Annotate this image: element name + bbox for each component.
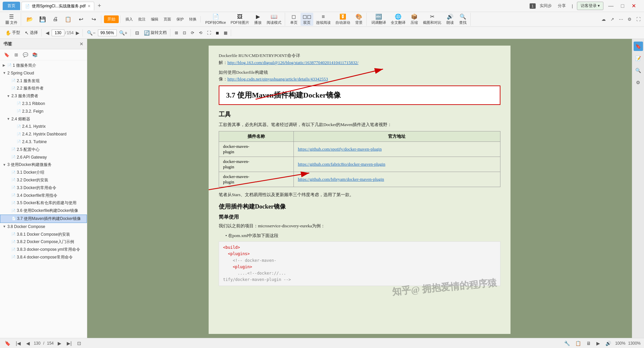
page-input[interactable] [52, 30, 64, 36]
plugin-link-2[interactable]: https://github.com/fabric8io/docker-mave… [298, 162, 385, 167]
status-icon4[interactable]: ▶ [595, 340, 601, 347]
zoom-in-btn[interactable]: 🔍+ [117, 29, 129, 37]
compress-btn[interactable]: 📦 压缩 [408, 13, 420, 26]
save-btn[interactable]: 💾 [37, 15, 49, 23]
settings-btn[interactable]: ⚙ [626, 16, 633, 23]
toc-item-item-2-4-1[interactable]: 📄2.4.1. Hystrix [0, 123, 87, 130]
comment-tab[interactable]: 批注 [136, 16, 148, 22]
toc-item-item-2-3[interactable]: ▼2.3 服务消费者 [0, 92, 87, 100]
close-btn[interactable]: ✕ [629, 2, 639, 10]
protect-tab[interactable]: 保护 [174, 16, 186, 22]
minimize-btn[interactable]: — [605, 2, 616, 10]
expand-btn[interactable]: ⛶ [635, 16, 642, 23]
toc-item-item-2-2[interactable]: 📄2.2 服务组件者 [0, 84, 87, 92]
toc-item-item-3[interactable]: ▼3 使用Docker构建微服务 [0, 161, 87, 169]
toc-item-item-1[interactable]: ▶📄1 微服务简介 [0, 62, 87, 69]
tab-close-btn[interactable]: ✕ [88, 4, 91, 8]
read-mode-btn[interactable]: 📖 阅读模式 [265, 13, 283, 26]
layer-icon[interactable]: 📚 [31, 51, 39, 59]
rp-search-panel-btn[interactable]: 🔍 [634, 66, 643, 75]
insert-tab[interactable]: 插入 [123, 16, 135, 22]
fit-status-btn[interactable]: ⊡ [76, 340, 83, 347]
background-btn[interactable]: 🎨 背景 [353, 13, 365, 26]
pdf-area[interactable]: Dockerfile RUN/CMD/ENTRYPOINT命令详 解：http:… [87, 39, 632, 338]
bookmark-status-btn[interactable]: 🔖 [3, 340, 12, 347]
plugin-link-3[interactable]: https://github.com/bibryam/docker-maven-… [298, 177, 384, 182]
rp-settings-btn[interactable]: ⚙ [634, 78, 643, 87]
redo-btn[interactable]: ↪ [88, 15, 100, 23]
scan-btn[interactable]: 📋 [62, 15, 74, 23]
next-page-btn[interactable]: ▶ [74, 29, 81, 37]
menu-btn[interactable]: ☰ ☰ 文件 [3, 13, 19, 26]
prev-status-btn[interactable]: ◀ [25, 340, 31, 347]
zoom-out-btn[interactable]: 🔍− [85, 29, 97, 37]
tb2-icon1[interactable]: ⊞ [173, 30, 180, 36]
sync-btn[interactable]: 实同步 [538, 2, 554, 9]
doc-tab[interactable]: 📄 使用SpringCl...实战微服务.pdf ✕ [21, 2, 94, 10]
tb2-icon6[interactable]: ◼ [214, 30, 221, 36]
zoom-input[interactable] [98, 30, 117, 36]
home-tab[interactable]: 首页 [3, 2, 20, 10]
auto-scroll-btn[interactable]: ⏬ 自动滚动 [333, 13, 352, 26]
last-page-btn[interactable]: ▶| [65, 340, 73, 347]
intro-link1[interactable]: http://blog.163.com/digoal@126/blog/stat… [227, 60, 359, 65]
rotate-doc-btn[interactable]: 🔄 旋转文档 [142, 29, 169, 37]
intro-link2[interactable]: http://blog.csdn.net/qinyushuang/article… [227, 76, 328, 81]
toc-item-item-3-5[interactable]: 📄3.5 Docker私有仓库的搭建与使用 [0, 199, 87, 207]
annot-icon[interactable]: 💬 [21, 51, 30, 59]
tb2-icon3[interactable]: ⟳ [189, 30, 196, 36]
status-icon3[interactable]: 🖥 [585, 340, 592, 347]
more-btn[interactable]: ⋯ [617, 16, 625, 23]
double-page-btn[interactable]: ◻◻ 双页 [301, 13, 313, 26]
convert-tab[interactable]: 转换 [187, 16, 199, 22]
pdf-office-btn[interactable]: 📄 PDF转Office [203, 13, 228, 26]
toc-item-item-2-4-2[interactable]: 📄2.4.2. Hystrix Dashboard [0, 130, 87, 138]
toc-item-item-2-4-3[interactable]: 📄2.4.3. Turbine [0, 138, 87, 146]
toc-item-item-3-4[interactable]: 📄3.4 Dockerfile常用指令 [0, 192, 87, 199]
full-translate-btn[interactable]: 🌐 全文翻译 [389, 13, 408, 26]
toc-item-item-2-6[interactable]: 📄2.6 API Gateway [0, 154, 87, 161]
single-page-btn[interactable]: ◻ 单页 [288, 13, 300, 26]
toc-item-item-3-8-4[interactable]: 📄3.8.4 docker-compose常用命令 [0, 253, 87, 261]
first-page-btn[interactable]: |◀ [14, 340, 22, 347]
prev-page-btn[interactable]: ◀ [44, 29, 51, 37]
rp-annot-btn[interactable]: 📝 [634, 54, 643, 63]
next-status-btn[interactable]: ▶ [56, 340, 63, 347]
tb2-icon7[interactable]: ▦ [222, 30, 229, 36]
tb2-icon2[interactable]: ⊡ [181, 30, 188, 36]
toc-item-item-3-8-1[interactable]: 📄3.8.1 Docker Compose的安装 [0, 231, 87, 238]
rp-bookmark-btn[interactable]: 🔖 [634, 42, 643, 51]
tb2-icon4[interactable]: ⟲ [197, 30, 204, 36]
continuous-btn[interactable]: ≡ 连续阅读 [314, 13, 333, 26]
search-btn[interactable]: 🔍 查找 [457, 13, 469, 26]
toc-item-item-2[interactable]: ▼2 Spring Cloud [0, 69, 87, 77]
select-tool-btn[interactable]: ↖ 选择 [23, 29, 40, 37]
visitor-login-btn[interactable]: 访客登录 ▾ [577, 2, 603, 10]
sidebar-close-btn[interactable]: ✕ [79, 41, 84, 47]
thumbnail-icon[interactable]: ⊞ [12, 51, 20, 59]
toc-item-item-3-3[interactable]: 📄3.3 Docker的常用命令 [0, 184, 87, 192]
toc-item-item-3-1[interactable]: 📄3.1 Docker介绍 [0, 169, 87, 176]
edit-tab[interactable]: 编辑 [149, 16, 161, 22]
toc-item-item-3-2[interactable]: 📄3.2 Docker的安装 [0, 176, 87, 184]
status-icon5[interactable]: 🔊 [604, 340, 612, 347]
toc-item-item-3-8[interactable]: ▼3.8 Docker Compose [0, 223, 87, 231]
pdf-img-btn[interactable]: 🖼 PDF转图片 [229, 13, 251, 26]
hand-tool-btn[interactable]: ✋ 手型 [3, 29, 22, 37]
play-btn[interactable]: ▶ 播放 [252, 13, 264, 26]
status-icon2[interactable]: 📋 [574, 340, 582, 347]
new-tab-btn[interactable]: + [96, 2, 103, 9]
sync-right-btn[interactable]: ☁ [600, 16, 607, 23]
print-btn[interactable]: 🖨 [49, 15, 61, 23]
maximize-btn[interactable]: □ [618, 2, 627, 10]
start-btn[interactable]: 开始 [104, 15, 119, 23]
toc-item-item-3-8-3[interactable]: 📄3.8.3 docker-compose.yml常用命令 [0, 246, 87, 253]
toc-item-item-3-6[interactable]: 📄3.6 使用Dockerfile构建Docker镜像 [0, 207, 87, 215]
tb2-icon5[interactable]: ⛶ [205, 30, 213, 36]
toc-item-item-3-8-2[interactable]: 📄3.8.2 Docker Compose入门示例 [0, 238, 87, 246]
share-right-btn[interactable]: ↗ [608, 16, 616, 23]
read-btn[interactable]: 🔊 朗读 [444, 13, 456, 26]
toc-item-item-2-3-1[interactable]: 📄2.3.1 Ribbon [0, 100, 87, 108]
screenshot-btn[interactable]: ✂ 截图和对比 [421, 13, 443, 26]
share-btn[interactable]: 分享 [556, 2, 568, 9]
